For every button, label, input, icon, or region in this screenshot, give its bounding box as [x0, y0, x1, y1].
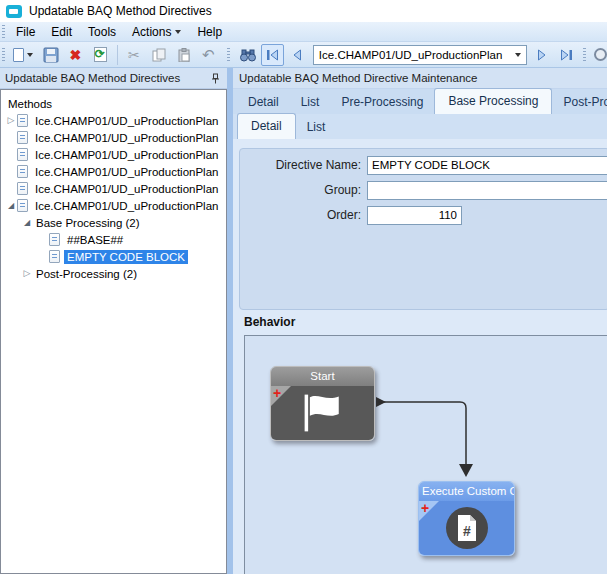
tree-item-method[interactable]: ▷ Ice.CHAMP01/UD_uProductionPlan — [1, 112, 226, 129]
toolbar-grip-icon[interactable] — [227, 48, 230, 62]
sub-tab-strip: Detail List — [233, 114, 607, 139]
order-input[interactable] — [367, 206, 462, 225]
tree-label[interactable]: Post-Processing (2) — [33, 267, 140, 281]
menu-file[interactable]: File — [8, 23, 43, 41]
detail-content: Directive Name: Group: Order: Behavior S… — [233, 139, 607, 574]
directive-icon — [17, 165, 28, 178]
tree-label[interactable]: Ice.CHAMP01/UD_uProductionPlan — [32, 131, 221, 145]
expander-expanded-icon[interactable]: ◢ — [5, 197, 17, 214]
tree-label[interactable]: EMPTY CODE BLOCK — [64, 250, 188, 264]
new-dropdown-caret-icon — [27, 53, 33, 57]
tree-item-selected-directive[interactable]: EMPTY CODE BLOCK — [1, 248, 226, 265]
combo-caret-icon — [515, 53, 521, 57]
record-selector-combo[interactable]: Ice.CHAMP01/UD_uProductionPlan — [313, 45, 527, 65]
tab-pre-processing[interactable]: Pre-Processing — [330, 91, 434, 114]
add-connection-icon[interactable]: + — [273, 386, 281, 401]
main-tab-strip: Detail List Pre-Processing Base Processi… — [233, 89, 607, 114]
behavior-designer-canvas[interactable]: Start + Execute Custom Co + # — [244, 335, 607, 574]
subtab-detail[interactable]: Detail — [237, 113, 296, 139]
left-panel-title: Updatable BAQ Method Directives — [0, 72, 207, 84]
tree-label[interactable]: Ice.CHAMP01/UD_uProductionPlan — [32, 114, 221, 128]
paste-icon — [177, 48, 191, 62]
tree-item-method[interactable]: ◢ Ice.CHAMP01/UD_uProductionPlan — [1, 197, 226, 214]
cut-icon: ✂ — [128, 48, 140, 62]
tab-post-processing[interactable]: Post-Processing — [552, 91, 607, 114]
execute-node-body: + # — [419, 501, 514, 555]
tree-label[interactable]: Ice.CHAMP01/UD_uProductionPlan — [32, 182, 221, 196]
expander-collapsed-icon[interactable]: ▷ — [5, 112, 17, 129]
tree-root-methods[interactable]: Methods — [1, 95, 226, 112]
directive-name-input[interactable] — [367, 156, 607, 175]
methods-tree: Methods ▷ Ice.CHAMP01/UD_uProductionPlan… — [0, 89, 227, 574]
directive-icon — [49, 233, 60, 246]
menu-bar: File Edit Tools Actions Help — [0, 22, 607, 42]
right-panel-header: Updatable BAQ Method Directive Maintenan… — [233, 68, 607, 89]
first-record-icon — [266, 49, 279, 61]
menu-edit[interactable]: Edit — [43, 23, 80, 41]
tree-label[interactable]: Base Processing (2) — [33, 216, 143, 230]
expander-expanded-icon[interactable]: ◢ — [21, 214, 33, 231]
menu-actions[interactable]: Actions — [124, 23, 189, 41]
save-icon — [43, 47, 59, 63]
group-label: Group: — [240, 183, 367, 197]
previous-record-button[interactable] — [286, 44, 309, 66]
toolbar-grip-icon[interactable] — [2, 48, 5, 62]
cut-button[interactable]: ✂ — [123, 44, 146, 66]
workflow-node-execute-custom-code[interactable]: Execute Custom Co + # — [418, 481, 515, 556]
last-record-button[interactable] — [555, 44, 578, 66]
expander-collapsed-icon[interactable]: ▷ — [21, 265, 33, 282]
subtab-list[interactable]: List — [296, 116, 337, 139]
tree-item-base-directive[interactable]: ##BASE## — [1, 231, 226, 248]
toolbar-grip-icon[interactable] — [583, 48, 586, 62]
custom-code-document-icon: # — [444, 505, 490, 551]
tree-label[interactable]: ##BASE## — [64, 233, 126, 247]
add-connection-icon[interactable]: + — [421, 501, 429, 516]
directive-icon — [17, 114, 28, 127]
tree-label[interactable]: Ice.CHAMP01/UD_uProductionPlan — [32, 165, 221, 179]
refresh-button[interactable]: ⟳ — [89, 44, 112, 66]
undo-button[interactable]: ↶ — [197, 44, 220, 66]
tree-item-base-processing[interactable]: ◢ Base Processing (2) — [1, 214, 226, 231]
last-record-icon — [560, 49, 573, 61]
tree-label[interactable]: Ice.CHAMP01/UD_uProductionPlan — [32, 148, 221, 162]
save-button[interactable] — [39, 44, 62, 66]
tree-item-method[interactable]: Ice.CHAMP01/UD_uProductionPlan — [1, 180, 226, 197]
undo-icon: ↶ — [202, 47, 215, 62]
menu-help[interactable]: Help — [189, 23, 230, 41]
combo-dropdown-button[interactable] — [511, 46, 526, 64]
previous-record-icon — [291, 49, 303, 61]
tree-label[interactable]: Ice.CHAMP01/UD_uProductionPlan — [32, 199, 221, 213]
menu-actions-label: Actions — [132, 25, 171, 39]
tree-item-post-processing[interactable]: ▷ Post-Processing (2) — [1, 265, 226, 282]
group-input[interactable] — [367, 181, 607, 200]
directive-form-group: Directive Name: Group: Order: — [239, 148, 607, 310]
clock-icon[interactable] — [594, 48, 607, 61]
refresh-icon: ⟳ — [94, 47, 107, 62]
behavior-section-label: Behavior — [244, 315, 295, 329]
paste-button[interactable] — [172, 44, 195, 66]
tree-item-method[interactable]: Ice.CHAMP01/UD_uProductionPlan — [1, 163, 226, 180]
start-node-body: + — [271, 386, 374, 440]
pin-icon — [210, 73, 221, 84]
next-record-button[interactable] — [531, 44, 554, 66]
tree-item-method[interactable]: Ice.CHAMP01/UD_uProductionPlan — [1, 129, 226, 146]
svg-text:#: # — [463, 523, 471, 539]
directive-icon — [17, 182, 28, 195]
right-panel-title: Updatable BAQ Method Directive Maintenan… — [239, 72, 477, 84]
dropdown-caret-icon — [175, 30, 181, 34]
tab-detail[interactable]: Detail — [237, 91, 290, 114]
menu-tools[interactable]: Tools — [80, 23, 124, 41]
flag-icon — [296, 392, 350, 434]
tab-base-processing[interactable]: Base Processing — [434, 88, 552, 114]
delete-button[interactable]: ✖ — [64, 44, 87, 66]
tab-list[interactable]: List — [290, 91, 331, 114]
toolbar-grip-icon[interactable] — [2, 25, 5, 39]
new-button[interactable] — [9, 44, 37, 66]
copy-button[interactable] — [147, 44, 170, 66]
first-record-button[interactable] — [261, 44, 284, 66]
tree-label[interactable]: Methods — [5, 97, 55, 111]
search-button[interactable] — [237, 44, 260, 66]
workflow-node-start[interactable]: Start + — [270, 366, 375, 441]
auto-hide-pin-button[interactable] — [207, 70, 223, 86]
tree-item-method[interactable]: Ice.CHAMP01/UD_uProductionPlan — [1, 146, 226, 163]
